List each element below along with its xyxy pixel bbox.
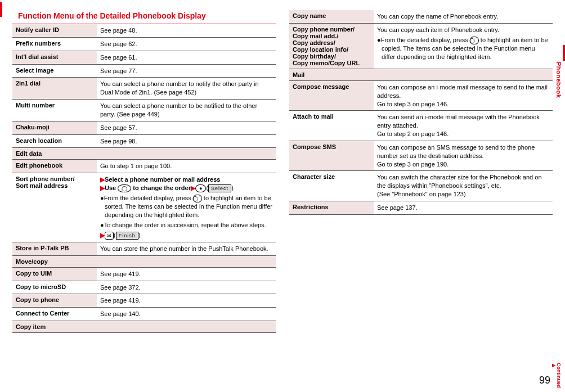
nav-button-icon: ◯ [470,37,479,44]
row-copy-phone-desc: See page 419. [97,294,276,308]
row-attach-mail-desc: You can send an i-mode mail message with… [374,111,553,141]
row-intl-dial-desc: See page 61. [97,51,276,64]
row-copy-uim-desc: See page 419. [97,267,276,281]
row-copy-microsd-desc: See page 372. [97,281,276,294]
row-search-location-label: Search location [12,134,97,148]
row-prefix-numbers-label: Prefix numbers [12,37,97,51]
row-copy-phone-number-label: Copy phone number/ Copy mail add./ Copy … [289,23,374,69]
row-store-ptalk-label: Store in P-Talk PB [12,242,97,255]
row-intl-dial-label: Int'l dial assist [12,51,97,64]
row-compose-msg-label: Compose message [289,80,374,111]
row-notify-caller-id-label: Notify caller ID [12,24,97,37]
row-sort-phone-desc: ▶Select a phone number or mail address ▶… [97,173,276,242]
row-char-size-desc: You can switch the character size for th… [374,171,553,201]
row-copy-uim-label: Copy to UIM [12,267,97,281]
side-tab-phonebook: Phonebook [555,62,562,98]
row-2in1-label: 2in1 dial [12,78,97,100]
row-multi-number-desc: You can select a phone number to be noti… [97,100,276,121]
section-move-copy: Move/copy [12,255,276,267]
finish-softkey-icon: Finish [116,232,138,240]
row-select-image-desc: See page 77. [97,64,276,78]
row-edit-phonebook-desc: Go to step 1 on page 100. [97,160,276,173]
center-button-icon: ● [195,184,206,192]
page-title: Function Menu of the Detailed Phonebook … [12,10,276,24]
row-2in1-desc: You can select a phone number to notify … [97,78,276,100]
row-select-image-label: Select image [12,64,97,78]
row-chaku-moji-label: Chaku-moji [12,121,97,134]
row-restrictions-label: Restrictions [289,201,374,214]
nav-button-icon: ◯ [193,195,202,202]
row-compose-sms-desc: You can compose an SMS message to send t… [374,141,553,171]
row-prefix-numbers-desc: See page 62. [97,37,276,51]
row-sort-phone-label: Sort phone number/ Sort mail address [12,173,97,242]
row-compose-msg-desc: You can compose an i-mode mail message t… [374,80,553,111]
row-store-ptalk-desc: You can store the phone number in the Pu… [97,242,276,255]
row-char-size-label: Character size [289,171,374,201]
section-mail: Mail [289,69,553,80]
row-compose-sms-label: Compose SMS [289,141,374,171]
nav-button-icon: ◯ [118,184,131,192]
page-number: 99 [539,375,550,386]
row-copy-name-label: Copy name [289,10,374,23]
row-edit-phonebook-label: Edit phonebook [12,160,97,173]
row-search-location-desc: See page 98. [97,134,276,148]
mail-button-icon: ✉ [105,232,114,240]
continued-indicator: Continued [551,363,562,388]
row-connect-center-label: Connect to Center [12,308,97,321]
row-restrictions-desc: See page 137. [374,201,553,214]
row-chaku-moji-desc: See page 57. [97,121,276,134]
row-copy-phone-label: Copy to phone [12,294,97,308]
row-notify-caller-id-desc: See page 48. [97,24,276,37]
row-copy-phone-number-desc: You can copy each item of Phonebook entr… [374,23,553,69]
row-multi-number-label: Multi number [12,100,97,121]
row-copy-microsd-label: Copy to microSD [12,281,97,294]
section-copy-item: Copy item [12,321,276,333]
select-softkey-icon: Select [208,184,231,192]
row-copy-name-desc: You can copy the name of Phonebook entry… [374,10,553,23]
row-attach-mail-label: Attach to mail [289,111,374,141]
section-edit-data: Edit data [12,148,276,160]
row-connect-center-desc: See page 140. [97,308,276,321]
